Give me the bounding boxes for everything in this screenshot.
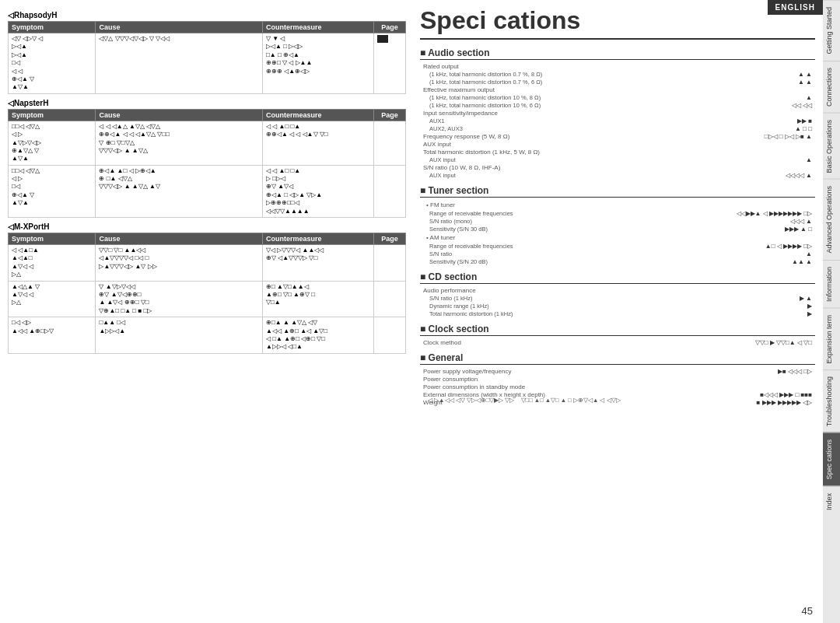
spec-row: S/N ratio (mono) ◁◁◁ ▲: [420, 218, 815, 225]
spec-title: Speci cations: [420, 6, 815, 40]
th-cause: Cause: [96, 22, 263, 33]
audio-section-title: Audio section: [420, 47, 815, 60]
symptom-cell: □□◁ ◁▽△◁ ▷▲▽▷▽◁▷⊕▲▽△ ▽▲▽▲: [9, 121, 96, 165]
sidebar-tab-index[interactable]: Index: [823, 486, 840, 516]
th-countermeasure: Countermeasure: [263, 22, 374, 33]
tuner-section-title: Tuner section: [420, 185, 815, 198]
audio-section: Audio section Rated output (1 kHz, total…: [420, 47, 815, 179]
page-number: 45: [802, 605, 813, 617]
clock-section: Clock section Clock method ▽▽□ ▶ ▽▽□▲ ◁ …: [420, 324, 815, 346]
spec-row: AUX1 ▶▶ ■: [420, 117, 815, 124]
spec-row: (1 kHz, total harmonic distortion 0.7 %,…: [420, 79, 815, 86]
rhapsody-table: Symptom Cause Countermeasure Page ◁▽ ◁▷▽…: [8, 21, 406, 94]
sidebar-tab-expansion-term[interactable]: Expansion term: [823, 308, 840, 370]
counter-cell: ◁ ◁ ▲□ □▲⊕⊕◁▲ ◁ ◁ ◁▲▽ ▽□: [263, 121, 374, 165]
cd-section-title: CD section: [420, 271, 815, 284]
clock-section-title: Clock section: [420, 324, 815, 336]
th-countermeasure: Countermeasure: [263, 109, 374, 121]
sidebar-tab-basic-operations[interactable]: Basic Operations: [823, 113, 840, 180]
cause-cell: ▽ ▲▽▷▽◁◁⊕▽ ▲▽◁⊕⊕□▲ ▲▽◁ ⊕⊕□ ▽□▽⊕▲□ □▲ □ ■…: [96, 281, 263, 317]
counter-cell: ⊕□▲ ▲ ▲▽△ ◁▽▲◁◁ ▲⊕□ ▲◁ ▲▽□◁ □▲ ▲⊕□ ◁⊕□ ▽…: [263, 317, 374, 354]
th-cause: Cause: [96, 109, 263, 121]
spec-row: Rated output: [420, 63, 815, 70]
counter-cell: ◁ ◁ ▲□ □▲▷ □▷◁⊕▽ ▲▽◁⊕◁▲ □ ◁▷▲ ▽▷▲▷⊕⊕⊕□□◁…: [263, 165, 374, 217]
left-panel: ◁RhapsodyH Symptom Cause Countermeasure …: [0, 0, 412, 623]
main-content: ◁RhapsodyH Symptom Cause Countermeasure …: [0, 0, 823, 623]
page-cell: [374, 245, 406, 282]
spec-row: • FM tuner: [420, 201, 815, 209]
tuner-section: Tuner section • FM tuner Range of receiv…: [420, 185, 815, 265]
mxport-header: ◁M-XPortH: [8, 222, 406, 231]
table-row: ◁ ◁▲□▲▲◁▲□▲▽◁ ◁▷△ ▽▽□ ▽□ ▲▲◁◁◁▲▽▽▽▽◁ □◁ …: [9, 245, 406, 282]
th-page: Page: [374, 109, 406, 121]
th-page: Page: [374, 22, 406, 33]
th-countermeasure: Countermeasure: [263, 233, 374, 245]
spec-row: Total harmonic distortion (1 kHz, 5 W, 8…: [420, 149, 815, 156]
th-cause: Cause: [96, 233, 263, 245]
cause-cell: ◁▽△ ▽▽▽◁▽◁▷ ▽ ▽◁◁: [96, 33, 263, 94]
table-row: □◁ ◁▷▲◁◁ ▲⊕□▷▽ □▲▲ □◁▲▷▷◁▲ ⊕□▲ ▲ ▲▽△ ◁▽▲…: [9, 317, 406, 354]
sidebar-tab-connections[interactable]: Connections: [823, 61, 840, 113]
cause-cell: □▲▲ □◁▲▷▷◁▲: [96, 317, 263, 354]
spec-row: Sensitivity (S/N 20 dB) ▲▲ ▲: [420, 258, 815, 265]
sidebar-tab-troubleshooting[interactable]: Troubleshooting: [823, 369, 840, 432]
table-row: □□◁ ◁▽△◁ ▷□◁⊕◁▲ ▽▲▽▲ ⊕◁▲ ▲□ ◁ ▷⊕◁▲⊕ □▲ ◁…: [9, 165, 406, 217]
spec-row: Range of receivable frequencies ▲□ ◁ ▶▶▶…: [420, 243, 815, 250]
spec-row: Effective maximum output: [420, 86, 815, 93]
spec-row: Total harmonic distortion (1 kHz) ▶: [420, 310, 815, 317]
rhapsody-header: ◁RhapsodyH: [8, 11, 406, 19]
spec-row: AUX input ▲: [420, 156, 815, 163]
spec-row: Dynamic range (1 kHz) ▶: [420, 303, 815, 310]
footer-note: ◁ ▷▲◁◁ ◁▽ ▽▷◁⊕□▽▶▷ ▽▷ ▽□□ ▲□ ▲▽□ ▲ □ ▷⊕▽…: [428, 397, 817, 404]
spec-row: Power supply voltage/frequency ▶■ ◁◁◁ □▷: [420, 368, 815, 375]
spec-row: (1 kHz, total harmonic distortion 0.7 %,…: [420, 71, 815, 78]
general-section-title: General: [420, 352, 815, 365]
mxport-table: Symptom Cause Countermeasure Page ◁ ◁▲□▲…: [8, 233, 406, 354]
cd-section: CD section Audio performance S/N ratio (…: [420, 271, 815, 317]
napster-table: Symptom Cause Countermeasure Page □□◁ ◁▽…: [8, 109, 406, 218]
spec-row: Clock method ▽▽□ ▶ ▽▽□▲ ◁ ▽□: [420, 339, 815, 346]
spec-row: Sensitivity (S/N 30 dB) ▶▶▶ ▲ □: [420, 226, 815, 233]
spec-row: S/N ratio ▲: [420, 250, 815, 257]
spec-row: Range of receivable frequencies ◁◁▶▶▲ ◁ …: [420, 210, 815, 217]
cause-cell: ▽▽□ ▽□ ▲▲◁◁◁▲▽▽▽▽◁ □◁ □▷▲▽▽▽◁▷ ▲▽ ▷▷: [96, 245, 263, 282]
page-cell: [374, 281, 406, 317]
spec-row: Frequency response (5 W, 8 Ω) □▷◁ □ ▷◁ ▷…: [420, 133, 815, 140]
sidebar-tab-advanced-operations[interactable]: Advanced Operations: [823, 179, 840, 260]
cause-cell: ◁ ◁ ◁▲△ ▲▽△ ◁▽△⊕⊕◁▲ ◁ ◁ ◁▲▽△ ▽□□▽ ⊕□ ▽□▽…: [96, 121, 263, 165]
symptom-cell: □□◁ ◁▽△◁ ▷□◁⊕◁▲ ▽▲▽▲: [9, 165, 96, 217]
symptom-cell: □◁ ◁▷▲◁◁ ▲⊕□▷▽: [9, 317, 96, 354]
counter-cell: ▽ ▼ ◁▷◁▲ □ ▷◁▷□▲ □ ⊕◁▲⊕⊕□ ▽ ◁ ▷▲▲⊕⊕⊕ ◁▲⊕…: [263, 33, 374, 94]
th-symptom: Symptom: [9, 22, 96, 33]
counter-cell: ⊕□ ▲▽□▲▲◁▲⊕□ ▽□ ▲⊕▽ □▽□▲: [263, 281, 374, 317]
sidebar-tab-spec-cations[interactable]: Spec cations: [823, 432, 840, 486]
spec-row: AUX input ◁◁◁◁ ▲: [420, 172, 815, 179]
napster-header: ◁NapsterH: [8, 99, 406, 107]
symptom-cell: ◁ ◁▲□▲▲◁▲□▲▽◁ ◁▷△: [9, 245, 96, 282]
spec-row: AUX input: [420, 141, 815, 148]
spec-row: Audio performance: [420, 287, 815, 294]
right-panel: Speci cations Audio section Rated output…: [412, 0, 823, 623]
spec-row: Power consumption in standby mode: [420, 383, 815, 390]
th-page: Page: [374, 233, 406, 245]
page-cell: ■■: [374, 33, 406, 94]
spec-row: • AM tuner: [420, 233, 815, 242]
counter-cell: ▽◁ ▷▽▽▽◁ ▲▲◁◁⊕▽ ◁▲▽▽▽▷ ▽□: [263, 245, 374, 282]
spec-row: (1 kHz, total harmonic distortion 10 %, …: [420, 94, 815, 101]
symptom-cell: ◁▽ ◁▷▽ ◁▷◁▲▷◁▲□◁◁ ◁⊕◁▲ ▽▲▽▲: [9, 33, 96, 94]
th-symptom: Symptom: [9, 233, 96, 245]
page-cell: [374, 165, 406, 217]
page-cell: [374, 317, 406, 354]
sidebar-tab-information[interactable]: Information: [823, 260, 840, 308]
symptom-cell: ▲◁△▲ ▽▲▽◁ ◁▷△: [9, 281, 96, 317]
sidebar: Getting Started Connections Basic Operat…: [823, 0, 840, 623]
spec-row: S/N ratio (10 W, 8 Ω, IHF-A): [420, 164, 815, 171]
table-row: ▲◁△▲ ▽▲▽◁ ◁▷△ ▽ ▲▽▷▽◁◁⊕▽ ▲▽◁⊕⊕□▲ ▲▽◁ ⊕⊕□…: [9, 281, 406, 317]
table-row: ◁▽ ◁▷▽ ◁▷◁▲▷◁▲□◁◁ ◁⊕◁▲ ▽▲▽▲ ◁▽△ ▽▽▽◁▽◁▷ …: [9, 33, 406, 94]
cause-cell: ⊕◁▲ ▲□ ◁ ▷⊕◁▲⊕ □▲ ◁▽△▽▽▽◁▷ ▲ ▲▽△ ▲▽: [96, 165, 263, 217]
sidebar-tab-getting-started[interactable]: Getting Started: [823, 0, 840, 61]
page-cell: [374, 121, 406, 165]
spec-row: S/N ratio (1 kHz) ▶ ▲: [420, 295, 815, 302]
spec-row: (1 kHz, total harmonic distortion 10 %, …: [420, 102, 815, 109]
spec-row: Power consumption: [420, 376, 815, 383]
